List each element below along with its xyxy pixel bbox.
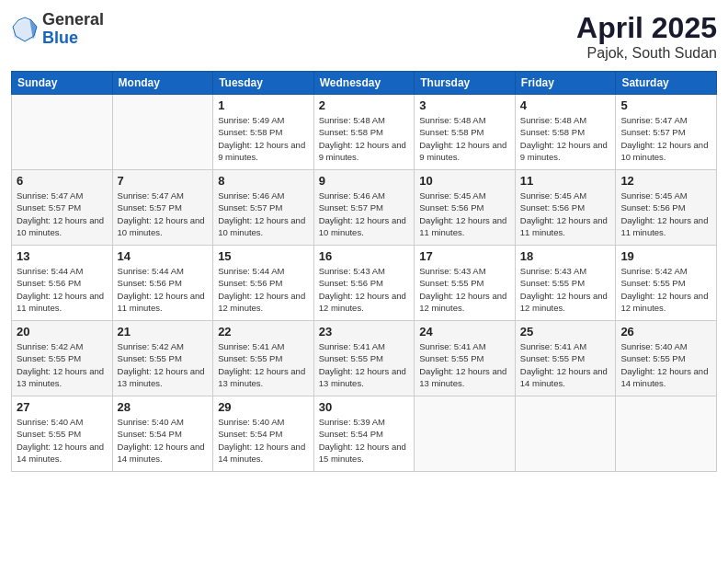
day-cell: 14Sunrise: 5:44 AM Sunset: 5:56 PM Dayli… xyxy=(112,246,213,321)
day-number: 14 xyxy=(118,249,209,263)
header-wednesday: Wednesday xyxy=(313,72,415,95)
calendar-page: General Blue April 2025 Pajok, South Sud… xyxy=(0,0,728,563)
month-title: April 2025 xyxy=(576,11,717,45)
day-info: Sunrise: 5:40 AM Sunset: 5:54 PM Dayligh… xyxy=(118,416,209,465)
day-info: Sunrise: 5:45 AM Sunset: 5:56 PM Dayligh… xyxy=(520,190,611,238)
day-info: Sunrise: 5:42 AM Sunset: 5:55 PM Dayligh… xyxy=(620,265,711,314)
header-saturday: Saturday xyxy=(616,72,717,95)
day-info: Sunrise: 5:48 AM Sunset: 5:58 PM Dayligh… xyxy=(419,114,510,163)
day-number: 19 xyxy=(620,249,711,263)
day-cell: 21Sunrise: 5:42 AM Sunset: 5:55 PM Dayli… xyxy=(112,321,213,396)
header-monday: Monday xyxy=(112,72,213,95)
day-info: Sunrise: 5:44 AM Sunset: 5:56 PM Dayligh… xyxy=(118,265,209,314)
week-row-2: 6Sunrise: 5:47 AM Sunset: 5:57 PM Daylig… xyxy=(12,170,717,246)
day-cell: 1Sunrise: 5:49 AM Sunset: 5:58 PM Daylig… xyxy=(213,95,314,170)
week-row-5: 27Sunrise: 5:40 AM Sunset: 5:55 PM Dayli… xyxy=(12,396,717,472)
day-cell xyxy=(112,95,213,170)
day-cell: 8Sunrise: 5:46 AM Sunset: 5:57 PM Daylig… xyxy=(213,170,314,246)
day-cell: 20Sunrise: 5:42 AM Sunset: 5:55 PM Dayli… xyxy=(12,321,113,396)
day-number: 17 xyxy=(419,249,510,263)
day-cell: 30Sunrise: 5:39 AM Sunset: 5:54 PM Dayli… xyxy=(313,396,415,472)
day-number: 27 xyxy=(17,400,108,414)
day-cell: 11Sunrise: 5:45 AM Sunset: 5:56 PM Dayli… xyxy=(515,170,616,246)
logo: General Blue xyxy=(11,11,104,48)
day-number: 11 xyxy=(520,174,611,188)
day-cell: 23Sunrise: 5:41 AM Sunset: 5:55 PM Dayli… xyxy=(313,321,415,396)
day-cell: 19Sunrise: 5:42 AM Sunset: 5:55 PM Dayli… xyxy=(616,246,717,321)
day-number: 30 xyxy=(319,400,410,414)
day-cell: 15Sunrise: 5:44 AM Sunset: 5:56 PM Dayli… xyxy=(213,246,314,321)
day-number: 24 xyxy=(419,325,510,339)
day-cell: 9Sunrise: 5:46 AM Sunset: 5:57 PM Daylig… xyxy=(313,170,415,246)
day-cell: 18Sunrise: 5:43 AM Sunset: 5:55 PM Dayli… xyxy=(515,246,616,321)
day-cell: 16Sunrise: 5:43 AM Sunset: 5:56 PM Dayli… xyxy=(313,246,415,321)
day-number: 7 xyxy=(118,174,209,188)
day-info: Sunrise: 5:46 AM Sunset: 5:57 PM Dayligh… xyxy=(319,190,410,238)
day-info: Sunrise: 5:48 AM Sunset: 5:58 PM Dayligh… xyxy=(319,114,410,163)
day-number: 13 xyxy=(17,249,108,263)
day-info: Sunrise: 5:45 AM Sunset: 5:56 PM Dayligh… xyxy=(620,190,711,238)
week-row-1: 1Sunrise: 5:49 AM Sunset: 5:58 PM Daylig… xyxy=(12,95,717,170)
day-info: Sunrise: 5:42 AM Sunset: 5:55 PM Dayligh… xyxy=(118,340,209,389)
weekday-header-row: Sunday Monday Tuesday Wednesday Thursday… xyxy=(12,72,717,95)
day-number: 10 xyxy=(419,174,510,188)
logo-general-text: General xyxy=(42,11,104,29)
title-block: April 2025 Pajok, South Sudan xyxy=(576,11,717,62)
day-number: 26 xyxy=(620,325,711,339)
day-cell: 10Sunrise: 5:45 AM Sunset: 5:56 PM Dayli… xyxy=(415,170,516,246)
day-number: 12 xyxy=(620,174,711,188)
header-thursday: Thursday xyxy=(415,72,516,95)
day-cell: 12Sunrise: 5:45 AM Sunset: 5:56 PM Dayli… xyxy=(616,170,717,246)
day-cell: 27Sunrise: 5:40 AM Sunset: 5:55 PM Dayli… xyxy=(12,396,113,472)
week-row-3: 13Sunrise: 5:44 AM Sunset: 5:56 PM Dayli… xyxy=(12,246,717,321)
day-info: Sunrise: 5:40 AM Sunset: 5:55 PM Dayligh… xyxy=(17,416,108,465)
day-cell: 13Sunrise: 5:44 AM Sunset: 5:56 PM Dayli… xyxy=(12,246,113,321)
logo-blue-text: Blue xyxy=(42,29,104,48)
day-info: Sunrise: 5:47 AM Sunset: 5:57 PM Dayligh… xyxy=(620,114,711,163)
header: General Blue April 2025 Pajok, South Sud… xyxy=(11,11,717,62)
day-cell: 2Sunrise: 5:48 AM Sunset: 5:58 PM Daylig… xyxy=(313,95,415,170)
day-cell: 5Sunrise: 5:47 AM Sunset: 5:57 PM Daylig… xyxy=(616,95,717,170)
day-number: 20 xyxy=(17,325,108,339)
header-tuesday: Tuesday xyxy=(213,72,314,95)
day-cell: 4Sunrise: 5:48 AM Sunset: 5:58 PM Daylig… xyxy=(515,95,616,170)
day-info: Sunrise: 5:43 AM Sunset: 5:55 PM Dayligh… xyxy=(520,265,611,314)
logo-text: General Blue xyxy=(42,11,104,48)
logo-icon xyxy=(11,16,39,43)
location-title: Pajok, South Sudan xyxy=(576,45,717,62)
day-cell: 29Sunrise: 5:40 AM Sunset: 5:54 PM Dayli… xyxy=(213,396,314,472)
week-row-4: 20Sunrise: 5:42 AM Sunset: 5:55 PM Dayli… xyxy=(12,321,717,396)
day-info: Sunrise: 5:44 AM Sunset: 5:56 PM Dayligh… xyxy=(17,265,108,314)
day-cell xyxy=(12,95,113,170)
day-info: Sunrise: 5:40 AM Sunset: 5:55 PM Dayligh… xyxy=(620,340,711,389)
day-info: Sunrise: 5:42 AM Sunset: 5:55 PM Dayligh… xyxy=(17,340,108,389)
day-cell xyxy=(515,396,616,472)
header-sunday: Sunday xyxy=(12,72,113,95)
day-info: Sunrise: 5:39 AM Sunset: 5:54 PM Dayligh… xyxy=(319,416,410,465)
day-number: 25 xyxy=(520,325,611,339)
day-number: 4 xyxy=(520,98,611,112)
day-number: 6 xyxy=(17,174,108,188)
day-cell: 7Sunrise: 5:47 AM Sunset: 5:57 PM Daylig… xyxy=(112,170,213,246)
day-number: 15 xyxy=(218,249,309,263)
day-number: 16 xyxy=(319,249,410,263)
day-number: 5 xyxy=(620,98,711,112)
day-info: Sunrise: 5:43 AM Sunset: 5:56 PM Dayligh… xyxy=(319,265,410,314)
day-info: Sunrise: 5:47 AM Sunset: 5:57 PM Dayligh… xyxy=(118,190,209,238)
day-number: 2 xyxy=(319,98,410,112)
day-cell: 17Sunrise: 5:43 AM Sunset: 5:55 PM Dayli… xyxy=(415,246,516,321)
day-number: 9 xyxy=(319,174,410,188)
day-info: Sunrise: 5:40 AM Sunset: 5:54 PM Dayligh… xyxy=(218,416,309,465)
day-cell: 26Sunrise: 5:40 AM Sunset: 5:55 PM Dayli… xyxy=(616,321,717,396)
day-info: Sunrise: 5:44 AM Sunset: 5:56 PM Dayligh… xyxy=(218,265,309,314)
day-info: Sunrise: 5:41 AM Sunset: 5:55 PM Dayligh… xyxy=(319,340,410,389)
day-number: 3 xyxy=(419,98,510,112)
day-info: Sunrise: 5:47 AM Sunset: 5:57 PM Dayligh… xyxy=(17,190,108,238)
day-number: 8 xyxy=(218,174,309,188)
day-cell xyxy=(415,396,516,472)
day-cell: 28Sunrise: 5:40 AM Sunset: 5:54 PM Dayli… xyxy=(112,396,213,472)
header-friday: Friday xyxy=(515,72,616,95)
day-info: Sunrise: 5:43 AM Sunset: 5:55 PM Dayligh… xyxy=(419,265,510,314)
day-number: 22 xyxy=(218,325,309,339)
day-cell xyxy=(616,396,717,472)
